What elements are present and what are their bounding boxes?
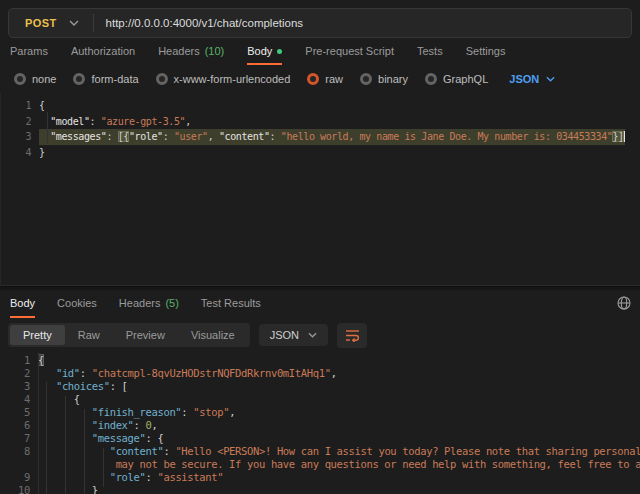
token: , — [208, 131, 219, 142]
code-text: "finish_reason": "stop", — [38, 406, 235, 419]
token: { — [39, 100, 45, 111]
token: , — [152, 419, 158, 431]
tab-params[interactable]: Params — [10, 39, 48, 65]
code-line: 7 "message": { — [0, 432, 640, 445]
token: "role" — [110, 471, 146, 483]
response-tab-headers[interactable]: Headers(5) — [119, 290, 179, 318]
tab-tests[interactable]: Tests — [417, 39, 443, 65]
code-line: 4} — [1, 145, 640, 161]
request-url-bar: POST http://0.0.0.0:4000/v1/chat/complet… — [8, 8, 632, 38]
chevron-down-icon — [308, 332, 317, 338]
request-body-editor[interactable]: 1{2 "model": "azure-gpt-3.5",3 "messages… — [0, 93, 640, 286]
line-number: 4 — [1, 145, 39, 161]
response-format-selector[interactable]: JSON — [259, 324, 328, 346]
view-mode-visualize[interactable]: Visualize — [178, 325, 248, 345]
token: : — [146, 471, 158, 483]
radio-label: form-data — [91, 73, 138, 85]
tab-settings[interactable]: Settings — [466, 39, 506, 65]
response-tab-body[interactable]: Body — [10, 290, 35, 318]
token: "choices" — [56, 380, 110, 392]
line-number: 10 — [0, 484, 38, 494]
radio-label: x-www-form-urlencoded — [174, 73, 291, 85]
line-number — [0, 458, 38, 471]
line-number: 9 — [0, 471, 38, 484]
code-text: "content": "Hello <PERSON>! How can I as… — [38, 445, 640, 458]
radio-icon — [425, 73, 437, 85]
line-number: 8 — [0, 445, 38, 458]
line-number: 1 — [0, 354, 38, 367]
chevron-down-icon[interactable] — [69, 20, 79, 26]
token: "content" — [219, 131, 270, 142]
tab-authorization[interactable]: Authorization — [71, 39, 135, 65]
line-number: 4 — [0, 393, 38, 406]
code-line: 6 "index": 0, — [0, 419, 640, 432]
tab-label: Test Results — [201, 297, 261, 309]
method-selector[interactable]: POST — [9, 17, 69, 29]
language-selector[interactable]: JSON — [509, 73, 555, 85]
code-text: "id": "chatcmpl-8qvUzHODstrNQFDdRkrnv0mI… — [38, 367, 337, 380]
code-text: "index": 0, — [38, 419, 157, 432]
code-line: 8 "content": "Hello <PERSON>! How can I … — [0, 445, 640, 458]
globe-icon[interactable] — [617, 296, 631, 314]
token: "stop" — [193, 406, 229, 418]
line-number: 3 — [1, 129, 39, 145]
response-tab-cookies[interactable]: Cookies — [57, 290, 97, 318]
body-type-none[interactable]: none — [14, 73, 56, 85]
token: "azure-gpt-3.5" — [101, 116, 185, 127]
body-type-binary[interactable]: binary — [360, 73, 408, 85]
radio-icon — [156, 73, 168, 85]
response-tabs: BodyCookiesHeaders(5)Test Results — [0, 290, 640, 318]
code-text: "model": "azure-gpt-3.5", — [39, 114, 191, 130]
body-type-options: noneform-datax-www-form-urlencodedrawbin… — [14, 73, 488, 85]
token: }] — [612, 131, 623, 142]
code-line: 3 "choices": [ — [0, 380, 640, 393]
response-body-viewer[interactable]: 1{2 "id": "chatcmpl-8qvUzHODstrNQFDdRkrn… — [0, 352, 640, 494]
tab-label: Authorization — [71, 45, 135, 57]
line-number: 2 — [1, 114, 39, 130]
token — [38, 445, 110, 457]
radio-label: binary — [378, 73, 408, 85]
code-text: "message": { — [38, 432, 163, 445]
tab-body[interactable]: Body — [247, 39, 282, 65]
url-input[interactable]: http://0.0.0.0:4000/v1/chat/completions — [94, 17, 304, 29]
token: : { — [146, 432, 164, 444]
line-number: 7 — [0, 432, 38, 445]
response-toolbar: PrettyRawPreviewVisualize JSON — [0, 318, 640, 352]
code-line: 10 } — [0, 484, 640, 494]
code-text: } — [39, 145, 45, 161]
line-number: 6 — [0, 419, 38, 432]
chevron-down-icon — [546, 76, 555, 82]
response-tab-test-results[interactable]: Test Results — [201, 290, 261, 318]
code-line: 1{ — [1, 98, 640, 114]
view-mode-raw[interactable]: Raw — [65, 325, 113, 345]
view-mode-pretty[interactable]: Pretty — [10, 325, 65, 345]
token: "chatcmpl-8qvUzHODstrNQFDdRkrnv0mItAHq1" — [92, 367, 331, 379]
radio-icon — [14, 73, 26, 85]
tab-headers[interactable]: Headers(10) — [158, 39, 224, 65]
view-mode-preview[interactable]: Preview — [113, 325, 178, 345]
token: "index" — [92, 419, 134, 431]
token: "content" — [110, 445, 164, 457]
token: : — [106, 131, 117, 142]
tab-label: Headers — [119, 297, 161, 309]
tab-pre-request-script[interactable]: Pre-request Script — [305, 39, 394, 65]
token: "user" — [174, 131, 208, 142]
tab-label: Body — [10, 297, 35, 309]
body-type-graphql[interactable]: GraphQL — [425, 73, 488, 85]
token: "Hello <PERSON>! How can I assist you to… — [175, 445, 640, 457]
body-type-form-data[interactable]: form-data — [73, 73, 138, 85]
wrap-text-icon — [345, 329, 360, 342]
radio-icon — [360, 73, 372, 85]
response-format-label: JSON — [270, 329, 299, 341]
code-line: may not be secure. If you have any quest… — [0, 458, 640, 471]
wrap-text-button[interactable] — [337, 323, 367, 348]
token — [38, 367, 56, 379]
body-type-row: noneform-datax-www-form-urlencodedrawbin… — [0, 65, 640, 93]
token: may not be secure. If you have any quest… — [116, 458, 640, 470]
body-type-x-www-form-urlencoded[interactable]: x-www-form-urlencoded — [156, 73, 291, 85]
code-line: 2 "model": "azure-gpt-3.5", — [1, 114, 640, 130]
tab-label: Cookies — [57, 297, 97, 309]
token: "id" — [56, 367, 80, 379]
body-type-raw[interactable]: raw — [307, 73, 343, 85]
token: "hello world, my name is Jane Doe. My nu… — [281, 131, 613, 142]
